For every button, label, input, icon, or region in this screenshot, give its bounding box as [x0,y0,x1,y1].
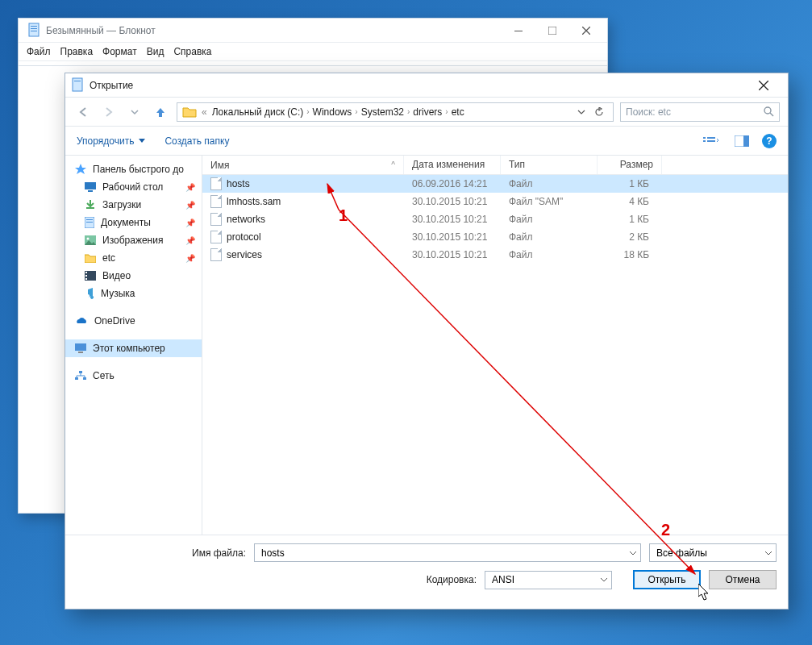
maximize-button[interactable] [536,19,568,42]
svg-rect-29 [79,371,82,373]
sidebar-label: OneDrive [94,315,135,327]
notepad-title: Безымянный — Блокнот [46,25,502,36]
sidebar-label: Музыка [101,288,135,299]
open-file-dialog: Открытие « Локальный диск (C:)› Windows›… [65,73,789,610]
sidebar-network[interactable]: Сеть [65,367,202,385]
nav-forward-button[interactable] [99,102,119,122]
pin-icon: 📌 [185,201,195,210]
notepad-menu: Файл Правка Формат Вид Справка [19,43,607,61]
file-list: Имя^ Дата изменения Тип Размер hosts06.0… [202,156,788,543]
menu-format[interactable]: Формат [102,46,137,57]
preview-pane-button[interactable] [731,132,752,150]
breadcrumb-item[interactable]: drivers [413,106,442,118]
file-size: 2 КБ [598,231,662,243]
video-icon [85,271,96,281]
address-bar[interactable]: « Локальный диск (C:)› Windows› System32… [177,102,614,122]
column-header-name[interactable]: Имя^ [202,156,404,174]
mouse-cursor-icon [698,584,712,601]
file-date: 30.10.2015 10:21 [404,214,501,225]
new-folder-label: Создать папку [164,135,229,147]
dialog-titlebar[interactable]: Открытие [65,73,788,98]
breadcrumb-item[interactable]: Локальный диск (C:) [212,106,304,118]
minimize-button[interactable] [502,19,535,42]
svg-rect-4 [514,31,523,31]
breadcrumb-item[interactable]: System32 [361,106,404,118]
breadcrumb-overflow-icon[interactable]: « [202,106,207,118]
chevron-down-icon[interactable] [764,549,772,557]
file-row[interactable]: protocol30.10.2015 10:21Файл2 КБ [202,228,788,246]
filename-label: Имя файла: [77,547,246,559]
breadcrumb-item[interactable]: Windows [313,106,352,118]
sidebar-item-downloads[interactable]: Загрузки📌 [65,196,202,214]
column-header-type[interactable]: Тип [501,156,598,174]
column-header-size[interactable]: Размер [598,156,662,174]
sidebar-item-video[interactable]: Видео [65,267,202,285]
svg-rect-2 [31,28,37,29]
file-size: 1 КБ [598,214,662,225]
encoding-select[interactable]: ANSI [485,571,612,589]
sidebar-item-music[interactable]: Музыка [65,285,202,302]
notepad-titlebar[interactable]: Безымянный — Блокнот [19,19,607,43]
file-icon [210,177,222,190]
help-button[interactable]: ? [762,134,777,148]
chevron-down-icon[interactable] [600,576,608,584]
dialog-title: Открытие [90,80,746,91]
pin-icon: 📌 [185,218,195,227]
music-icon [85,288,94,299]
menu-help[interactable]: Справка [173,46,211,57]
breadcrumb-item[interactable]: etc [452,106,464,118]
organize-label: Упорядочить [77,135,134,147]
svg-rect-25 [85,275,87,277]
svg-line-9 [770,113,773,116]
file-row[interactable]: lmhosts.sam30.10.2015 10:21Файл "SAM"4 К… [202,193,788,210]
file-row[interactable]: networks30.10.2015 10:21Файл1 КБ [202,210,788,228]
nav-up-button[interactable] [151,102,170,122]
file-type-filter[interactable]: Все файлы [649,543,777,562]
cancel-button[interactable]: Отмена [709,570,777,589]
file-type: Файл [501,178,598,189]
svg-rect-28 [78,352,83,353]
address-dropdown-button[interactable] [573,103,590,121]
dialog-bottom-bar: Имя файла: hosts Все файлы Кодировка: AN… [65,535,788,609]
chevron-right-icon: › [445,107,448,116]
organize-button[interactable]: Упорядочить [77,135,145,147]
file-type: Файл [501,249,598,260]
sidebar-label: Этот компьютер [93,343,165,354]
sidebar-item-pictures[interactable]: Изображения📌 [65,231,202,249]
close-button[interactable] [570,19,602,42]
refresh-button[interactable] [590,103,608,121]
sidebar-label: Рабочий стол [102,181,163,193]
menu-file[interactable]: Файл [27,46,51,57]
sidebar-item-desktop[interactable]: Рабочий стол📌 [65,178,202,196]
chevron-down-icon[interactable] [629,549,637,557]
menu-view[interactable]: Вид [147,46,164,57]
new-folder-button[interactable]: Создать папку [164,135,229,147]
sidebar-onedrive[interactable]: OneDrive [65,312,202,330]
svg-point-8 [764,107,771,114]
open-button[interactable]: Открыть [633,570,701,589]
svg-rect-10 [703,137,706,139]
sidebar-quick-access[interactable]: Панель быстрого до [65,160,202,178]
file-row[interactable]: hosts06.09.2016 14:21Файл1 КБ [202,175,788,193]
column-header-date[interactable]: Дата изменения [404,156,501,174]
search-input[interactable]: Поиск: etc [620,102,780,122]
file-name: protocol [227,231,261,243]
dialog-close-button[interactable] [746,74,781,97]
nav-back-button[interactable] [73,102,93,122]
sidebar-item-documents[interactable]: Документы📌 [65,214,202,231]
svg-rect-31 [83,377,86,380]
nav-recent-button[interactable] [125,102,144,122]
sidebar-label: etc [102,252,115,264]
encoding-label: Кодировка: [427,574,477,585]
filename-input[interactable]: hosts [254,543,641,562]
dialog-content: Панель быстрого до Рабочий стол📌 Загрузк… [65,156,788,543]
file-name: services [227,249,262,260]
search-icon [764,106,774,117]
menu-edit[interactable]: Правка [60,46,94,57]
search-placeholder: Поиск: etc [626,106,671,118]
sidebar-this-pc[interactable]: Этот компьютер [65,339,202,357]
file-row[interactable]: services30.10.2015 10:21Файл18 КБ [202,246,788,264]
sidebar-item-etc[interactable]: etc📌 [65,249,202,267]
svg-rect-5 [548,27,556,35]
view-options-button[interactable] [701,132,722,150]
